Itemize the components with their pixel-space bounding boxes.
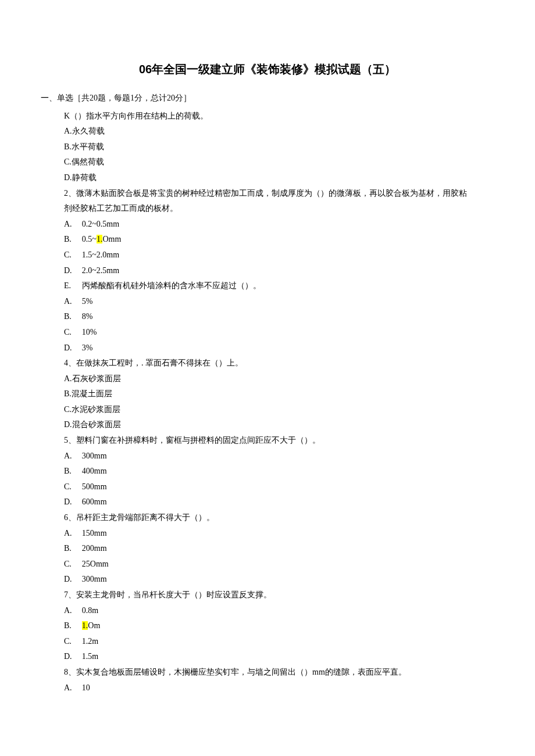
q3-option-c: C.10%: [64, 325, 471, 341]
q1-option-a: A.永久荷载: [64, 124, 471, 139]
label: C.: [64, 557, 82, 572]
value-highlight: 1.: [82, 621, 88, 630]
section-header: 一、单选［共20题，每题1分，总计20分］: [41, 91, 471, 106]
value: 丙烯酸酯有机硅外墙涂料的含水率不应超过（）。: [82, 281, 261, 290]
q3-option-d: D.3%: [64, 341, 471, 356]
q6-option-d: D.300mm: [64, 572, 471, 587]
label: A.: [64, 217, 82, 232]
q1-stem: K（）指水平方向作用在结构上的荷载。: [64, 109, 471, 124]
value: 5%: [82, 297, 93, 306]
q7-stem: 7、安装主龙骨时，当吊杆长度大于（）时应设置反支撑。: [64, 587, 471, 603]
q2-option-d: D.2.0~2.5mm: [64, 263, 471, 279]
value: 3%: [82, 343, 93, 352]
label: A.: [64, 294, 82, 310]
label: C.: [64, 634, 82, 650]
value: 500mm: [82, 482, 107, 491]
value: 1.5m: [82, 652, 98, 661]
q4-option-b: B.混凝土面层: [64, 386, 471, 402]
q7-option-c: C.1.2m: [64, 634, 471, 650]
label: C.: [64, 479, 82, 495]
label: D.: [64, 495, 82, 510]
q3-option-a: A.5%: [64, 294, 471, 310]
q7-option-a: A.0.8m: [64, 603, 471, 619]
value: 300mm: [82, 575, 107, 583]
value-highlight: 1.: [97, 235, 103, 243]
q2-option-b: B.0.5~1.Omm: [64, 232, 471, 248]
label: E.: [64, 278, 82, 294]
value: 8%: [82, 312, 93, 321]
value: 150mm: [82, 529, 107, 538]
q1-option-b: B.水平荷载: [64, 139, 471, 155]
q2-stem: 2、微薄木贴面胶合板是将宝贵的树种经过精密加工而成，制成厚度为（）的微薄板，再以…: [64, 186, 471, 217]
title-prefix: 06: [139, 63, 152, 76]
value: 200mm: [82, 544, 107, 553]
q6-option-c: C.25Omm: [64, 557, 471, 572]
q5-option-b: B.400mm: [64, 464, 471, 479]
label: B.: [64, 541, 82, 557]
value: 10%: [82, 328, 97, 336]
value: 300mm: [82, 452, 107, 460]
label: A.: [64, 680, 82, 696]
q8-option-a: A.10: [64, 680, 471, 696]
value: 0.8m: [82, 606, 98, 615]
label: D.: [64, 649, 82, 665]
q4-option-a: A.石灰砂浆面层: [64, 371, 471, 387]
q2-option-e: E.丙烯酸酯有机硅外墙涂料的含水率不应超过（）。: [64, 278, 471, 294]
q8-stem: 8、实木复合地板面层铺设时，木搁栅应垫实钉牢，与墙之间留出（）mm的缝隙，表面应…: [64, 665, 471, 680]
q4-option-d: D.混合砂浆面层: [64, 417, 471, 433]
q5-option-a: A.300mm: [64, 449, 471, 464]
q2-option-c: C.1.5~2.0mm: [64, 248, 471, 263]
q6-option-b: B.200mm: [64, 541, 471, 557]
q5-stem: 5、塑料门窗在补拼樟料时，窗框与拼橙料的固定点间距应不大于（）。: [64, 433, 471, 449]
q1-option-d: D.静荷载: [64, 170, 471, 186]
label: A.: [64, 603, 82, 619]
value: 1.5~2.0mm: [82, 250, 119, 259]
q4-option-c: C.水泥砂浆面层: [64, 402, 471, 418]
q2-option-a: A.0.2~0.5mm: [64, 217, 471, 232]
value: 600mm: [82, 497, 107, 506]
value: 1.2m: [82, 637, 98, 646]
page-title: 06年全国一级建立师《装饰装修》模拟试题（五）: [64, 58, 471, 80]
label: B.: [64, 232, 82, 248]
label: A.: [64, 526, 82, 542]
label: B.: [64, 464, 82, 479]
q5-option-d: D.600mm: [64, 495, 471, 510]
value: 400mm: [82, 467, 107, 475]
label: C.: [64, 325, 82, 341]
label: B.: [64, 618, 82, 634]
value: 2.0~2.5mm: [82, 266, 119, 275]
title-rest: 年全国一级建立师《装饰装修》模拟试题（五）: [152, 63, 396, 76]
value-post: Om: [88, 621, 100, 630]
q7-option-b: B.1.Om: [64, 618, 471, 634]
q5-option-c: C.500mm: [64, 479, 471, 495]
q6-stem: 6、吊杆距主龙骨端部距离不得大于（）。: [64, 510, 471, 526]
label: A.: [64, 449, 82, 464]
q7-option-d: D.1.5m: [64, 649, 471, 665]
q6-option-a: A.150mm: [64, 526, 471, 542]
value-pre: 0.5~: [82, 235, 97, 243]
value-post: Omm: [102, 235, 121, 243]
label: B.: [64, 309, 82, 325]
value: 0.2~0.5mm: [82, 220, 119, 228]
label: D.: [64, 263, 82, 279]
label: D.: [64, 572, 82, 587]
q3-option-b: B.8%: [64, 309, 471, 325]
value: 25Omm: [82, 560, 109, 568]
label: D.: [64, 341, 82, 356]
q4-stem: 4、在做抹灰工程时，. 罩面石膏不得抹在（）上。: [64, 356, 471, 371]
label: C.: [64, 248, 82, 263]
q1-option-c: C.偶然荷载: [64, 155, 471, 170]
value: 10: [82, 683, 90, 692]
